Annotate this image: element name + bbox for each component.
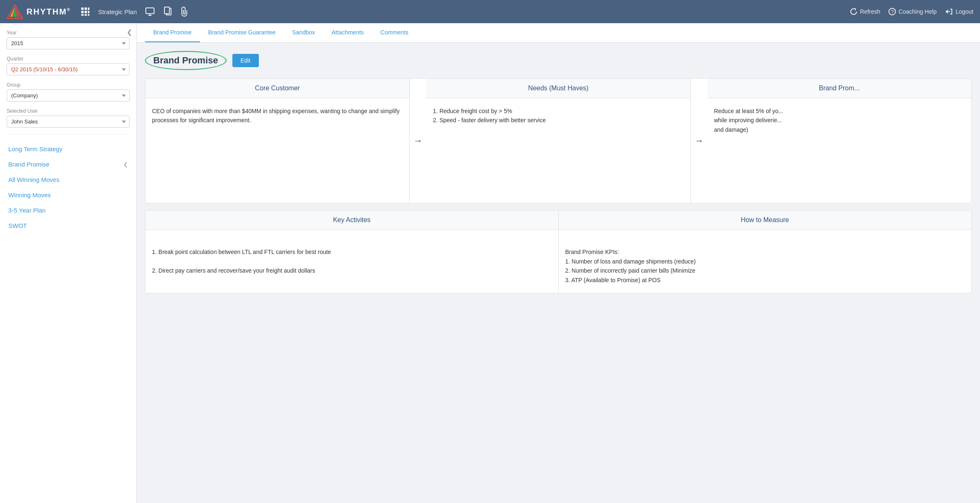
right-arrow-icon: → [413, 135, 422, 146]
year-select[interactable]: 2015 [7, 37, 130, 49]
grid-menu-button[interactable] [81, 7, 90, 16]
top-navigation: RHYTHM® Strategic Plan [0, 0, 980, 23]
how-to-measure-header: How to Measure [559, 210, 972, 230]
key-activities-card: Key Activites 1. Break point calculation… [145, 210, 559, 293]
help-icon: ? [888, 8, 896, 15]
arrow-1: → [410, 79, 426, 203]
tab-sandbox[interactable]: Sandbox [284, 23, 323, 42]
sidebar-item-3-5-year-plan[interactable]: 3-5 Year Plan [7, 203, 130, 218]
key-activities-body: 1. Break point calculation between LTL a… [145, 230, 558, 284]
svg-rect-17 [164, 7, 169, 14]
sidebar: ❮ Year 2015 Quarter Q2 2015 (5/10/15 - 6… [0, 23, 137, 503]
chat-icon [145, 7, 155, 17]
quarter-label: Quarter [7, 56, 130, 62]
svg-rect-8 [84, 11, 87, 13]
arrow-2: → [691, 79, 707, 203]
logo-text: RHYTHM® [27, 7, 71, 17]
chat-icon-button[interactable] [145, 7, 155, 17]
logout-icon [945, 8, 953, 15]
sidebar-item-swot[interactable]: SWOT [7, 218, 130, 233]
core-customer-body: CEO of companies with more than $40MM in… [145, 98, 409, 133]
logout-button[interactable]: Logout [945, 8, 973, 15]
sidebar-item-label: All Winning Moves [8, 176, 59, 183]
tab-comments[interactable]: Comments [372, 23, 417, 42]
main-layout: ❮ Year 2015 Quarter Q2 2015 (5/10/15 - 6… [0, 23, 980, 503]
sidebar-item-brand-promise[interactable]: Brand Promise ❮ [7, 157, 130, 172]
content-body: Brand Promise Edit Core Customer CEO of … [137, 43, 980, 302]
how-to-measure-card: How to Measure Brand Promise KPIs: 1. Nu… [559, 210, 972, 293]
quarter-select[interactable]: Q2 2015 (5/10/15 - 6/30/15) [7, 63, 130, 75]
svg-rect-5 [84, 7, 87, 10]
section-title: Brand Promise [145, 51, 227, 70]
svg-rect-11 [84, 14, 87, 16]
sidebar-item-long-term-strategy[interactable]: Long Term Strategy [7, 141, 130, 157]
svg-marker-1 [13, 7, 17, 17]
svg-text:?: ? [891, 9, 894, 15]
brand-promise-card-body: Reduce at least 5% of yo...while improvi… [707, 98, 971, 143]
key-activities-header: Key Activites [145, 210, 558, 230]
sidebar-item-winning-moves[interactable]: Winning Moves [7, 187, 130, 203]
user-field: Selected User John Sales [7, 108, 130, 128]
quarter-field: Quarter Q2 2015 (5/10/15 - 6/30/15) [7, 56, 130, 75]
needs-must-haves-body: 1. Reduce freight cost by > 5% 2. Speed … [426, 98, 690, 133]
svg-rect-7 [81, 11, 84, 13]
needs-must-haves-header: Needs (Must Haves) [426, 79, 690, 98]
right-arrow-icon-2: → [695, 135, 704, 146]
refresh-icon [850, 8, 857, 15]
app-logo[interactable]: RHYTHM® [7, 4, 71, 19]
paperclip-icon-button[interactable] [181, 6, 188, 17]
year-field: Year 2015 [7, 30, 130, 49]
top-cards-row: Core Customer CEO of companies with more… [145, 78, 972, 203]
topnav-center: Strategic Plan [81, 6, 850, 17]
how-to-measure-body: Brand Promise KPIs: 1. Number of loss an… [559, 230, 972, 293]
svg-rect-13 [146, 8, 154, 14]
logo-icon [7, 4, 23, 19]
sidebar-item-label: SWOT [8, 222, 27, 229]
sidebar-item-label: 3-5 Year Plan [8, 207, 46, 214]
strategic-plan-link[interactable]: Strategic Plan [98, 8, 137, 15]
sidebar-item-all-winning-moves[interactable]: All Winning Moves [7, 172, 130, 187]
sidebar-divider [7, 134, 130, 135]
grid-icon [81, 7, 90, 16]
copy-icon [163, 7, 172, 17]
svg-rect-4 [81, 7, 84, 10]
section-header: Brand Promise Edit [145, 51, 972, 70]
user-label: Selected User [7, 108, 130, 114]
year-label: Year [7, 30, 130, 36]
group-field: Group (Company) [7, 82, 130, 102]
sidebar-item-label: Winning Moves [8, 191, 51, 198]
sidebar-item-label: Brand Promise [8, 161, 49, 168]
copy-icon-button[interactable] [163, 7, 172, 17]
chevron-right-icon: ❮ [123, 161, 128, 167]
needs-must-haves-card: Needs (Must Haves) 1. Reduce freight cos… [426, 79, 690, 203]
core-customer-card: Core Customer CEO of companies with more… [145, 79, 410, 203]
tab-brand-promise-guarantee[interactable]: Brand Promise Guarantee [200, 23, 284, 42]
svg-rect-9 [88, 11, 89, 13]
svg-rect-12 [88, 14, 89, 16]
edit-button[interactable]: Edit [232, 54, 259, 67]
brand-promise-card: Brand Prom... Reduce at least 5% of yo..… [707, 79, 971, 203]
topnav-right: Refresh ? Coaching Help Logout [850, 8, 973, 15]
group-select[interactable]: (Company) [7, 89, 130, 102]
tab-brand-promise[interactable]: Brand Promise [145, 23, 200, 42]
core-customer-header: Core Customer [145, 79, 409, 98]
brand-promise-card-header: Brand Prom... [707, 79, 971, 98]
tab-attachments[interactable]: Attachments [323, 23, 372, 42]
user-select[interactable]: John Sales [7, 116, 130, 128]
svg-rect-6 [88, 7, 89, 10]
tabs-bar: Brand Promise Brand Promise Guarantee Sa… [137, 23, 980, 43]
coaching-help-button[interactable]: ? Coaching Help [888, 8, 937, 15]
sidebar-collapse-button[interactable]: ❮ [127, 28, 132, 36]
paperclip-icon [181, 6, 188, 17]
bottom-cards-row: Key Activites 1. Break point calculation… [145, 210, 972, 293]
svg-rect-10 [81, 14, 84, 16]
refresh-button[interactable]: Refresh [850, 8, 880, 15]
group-label: Group [7, 82, 130, 88]
sidebar-item-label: Long Term Strategy [8, 145, 63, 152]
main-content: Brand Promise Brand Promise Guarantee Sa… [137, 23, 980, 503]
